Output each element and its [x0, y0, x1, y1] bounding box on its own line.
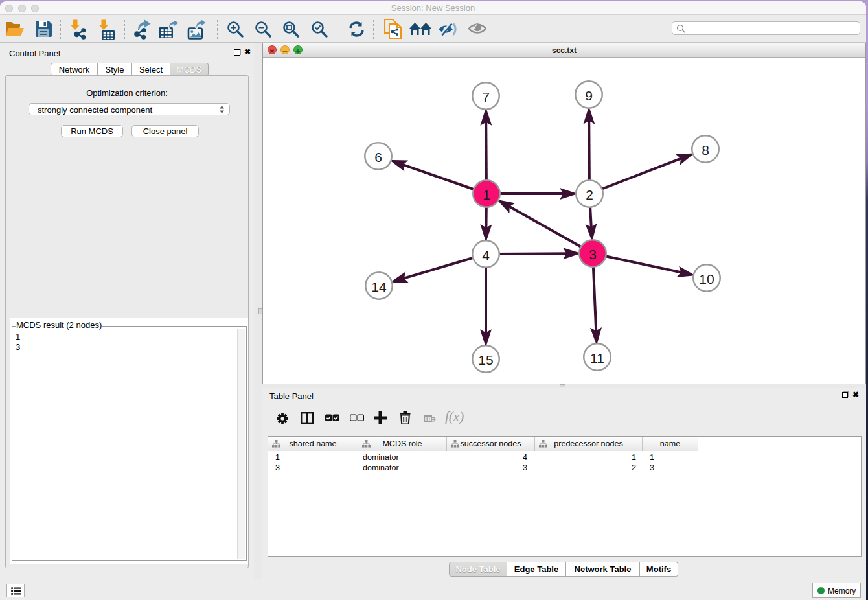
svg-text:3: 3 — [589, 247, 597, 262]
svg-text:1: 1 — [483, 187, 490, 202]
svg-text:4: 4 — [482, 248, 490, 262]
svg-text:15: 15 — [478, 352, 493, 367]
svg-text:6: 6 — [374, 150, 382, 165]
svg-text:11: 11 — [590, 351, 604, 365]
svg-text:10: 10 — [699, 271, 714, 286]
svg-text:9: 9 — [585, 88, 593, 103]
svg-text:7: 7 — [482, 89, 490, 104]
svg-text:14: 14 — [371, 279, 387, 294]
svg-text:2: 2 — [586, 187, 593, 202]
svg-text:8: 8 — [702, 143, 709, 157]
